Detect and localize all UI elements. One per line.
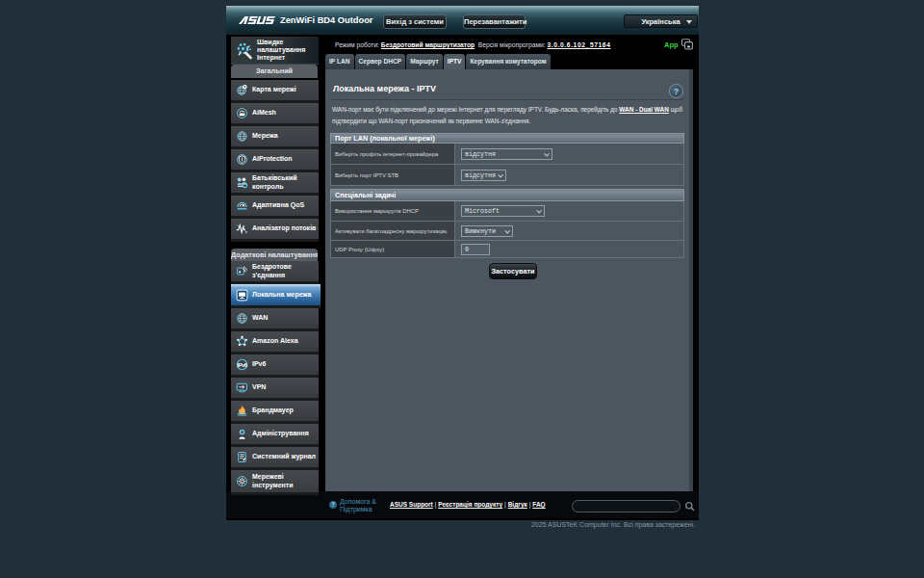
- svg-text:IPv6: IPv6: [238, 362, 247, 368]
